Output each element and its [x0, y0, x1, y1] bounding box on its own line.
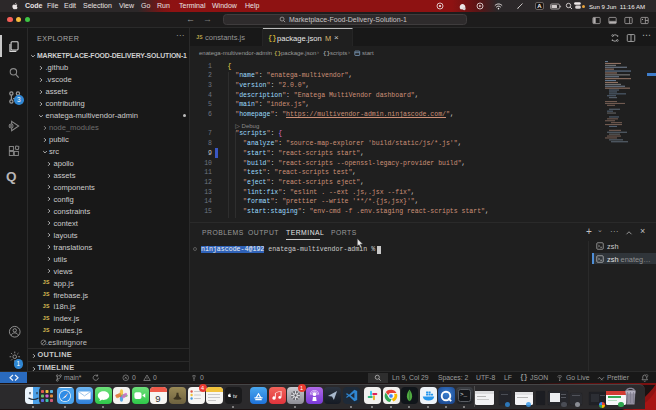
svg-text:tv: tv	[233, 393, 237, 399]
